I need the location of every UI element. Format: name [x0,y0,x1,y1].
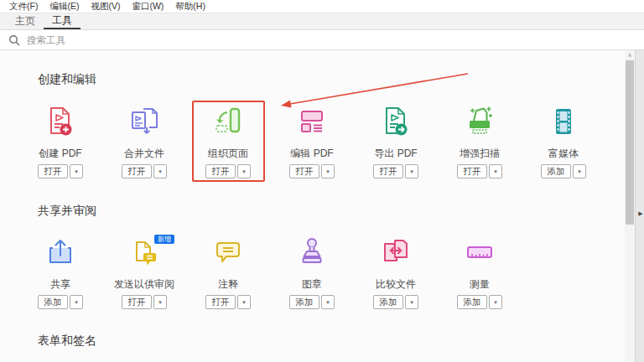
panel-expand-arrow-icon[interactable]: ▶ [636,208,644,220]
organize-pages-icon [211,105,245,138]
search-input[interactable] [27,35,278,45]
tool-row-create-edit: 创建 PDF 打开 ▾ 合并文件 打开 ▾ [18,99,605,178]
dropdown-button[interactable]: ▾ [321,295,335,309]
add-button[interactable]: 添加 [289,295,319,309]
open-button[interactable]: 打开 [205,295,236,309]
dropdown-button[interactable]: ▾ [405,164,418,178]
menu-bar: 文件(F) 编辑(E) 视图(V) 窗口(W) 帮助(H) [0,0,644,13]
tool-card-combine-files[interactable]: 合并文件 打开 ▾ [102,99,186,178]
new-badge: 新增 [154,235,174,244]
tool-card-export-pdf[interactable]: 导出 PDF 打开 ▾ [354,99,438,178]
scrollbar-up-arrow-icon[interactable]: ∧ [625,50,635,60]
tool-label: 编辑 PDF [290,147,333,159]
dropdown-button[interactable]: ▾ [321,164,335,178]
tool-label: 图章 [302,278,322,290]
dropdown-button[interactable]: ▾ [237,295,251,309]
tool-card-measure[interactable]: 测量 添加 ▾ [438,230,522,309]
menu-item-file[interactable]: 文件(F) [3,1,44,13]
tools-page: 创建和编辑 创建 PDF 打开 ▾ [0,50,644,362]
menu-item-view[interactable]: 视图(V) [85,1,126,13]
tool-label: 创建 PDF [39,147,81,159]
tool-card-comment[interactable]: 注释 打开 ▾ [186,230,270,309]
tool-label: 导出 PDF [374,147,417,159]
search-icon [8,34,20,46]
dropdown-button[interactable]: ▾ [237,164,251,178]
measure-icon [463,235,496,269]
tool-card-create-pdf[interactable]: 创建 PDF 打开 ▾ [18,99,102,178]
dropdown-button[interactable]: ▾ [489,295,502,309]
dropdown-button[interactable]: ▾ [405,295,418,309]
section-title-create-edit: 创建和编辑 [38,72,96,87]
edit-pdf-icon [295,105,329,138]
create-pdf-icon [44,105,77,138]
dropdown-button[interactable]: ▾ [489,164,502,178]
open-button[interactable]: 打开 [289,164,319,178]
share-icon [44,235,77,269]
menu-item-help[interactable]: 帮助(H) [169,1,211,13]
rich-media-icon [547,105,580,138]
scrollbar-thumb[interactable] [626,60,634,225]
tool-label: 富媒体 [548,147,579,159]
tool-label: 注释 [218,278,238,290]
combine-files-icon [127,105,161,138]
tool-card-rich-media[interactable]: 富媒体 添加 ▾ [522,99,605,178]
tool-label: 增强扫描 [460,147,500,159]
tool-card-edit-pdf[interactable]: 编辑 PDF 打开 ▾ [270,99,354,178]
comment-icon [211,235,245,269]
compare-files-icon [379,235,413,269]
section-title-forms-signatures: 表单和签名 [38,334,96,349]
open-button[interactable]: 打开 [122,164,152,178]
tool-card-stamp[interactable]: 图章 添加 ▾ [270,230,354,309]
open-button[interactable]: 打开 [122,295,152,309]
tool-card-send-for-review[interactable]: 新增 发送以供审阅 打开 ▾ [102,230,186,309]
tool-card-organize-pages[interactable]: 组织页面 打开 ▾ [186,99,270,178]
search-bar [0,31,644,50]
add-button[interactable]: 添加 [457,295,487,309]
stamp-icon [295,235,329,269]
open-button[interactable]: 打开 [373,164,403,178]
tool-label: 合并文件 [124,147,164,159]
tool-row-share-review: 共享 添加 ▾ 新增 发送以供审阅 打开 ▾ [18,230,522,309]
tool-label: 比较文件 [376,278,416,290]
tool-card-compare-files[interactable]: 比较文件 添加 ▾ [354,230,438,309]
tool-label: 发送以供审阅 [114,278,174,290]
export-pdf-icon [379,105,413,138]
tool-label: 组织页面 [208,147,248,159]
tool-label: 测量 [470,278,490,290]
tool-label: 共享 [50,278,70,290]
tool-card-enhance-scans[interactable]: 增强扫描 打开 ▾ [438,99,522,178]
dropdown-button[interactable]: ▾ [70,295,83,309]
dropdown-button[interactable]: ▾ [573,164,586,178]
dropdown-button[interactable]: ▾ [153,164,167,178]
open-button[interactable]: 打开 [205,164,236,178]
open-button[interactable]: 打开 [457,164,487,178]
add-button[interactable]: 添加 [541,164,571,178]
vertical-scrollbar[interactable]: ∧ [625,50,635,362]
tab-tools[interactable]: 工具 [44,13,80,29]
add-button[interactable]: 添加 [38,295,68,309]
dropdown-button[interactable]: ▾ [70,164,83,178]
menu-item-edit[interactable]: 编辑(E) [44,1,85,13]
enhance-scans-icon [463,105,496,138]
dropdown-button[interactable]: ▾ [153,295,167,309]
open-button[interactable]: 打开 [38,164,68,178]
tool-card-share[interactable]: 共享 添加 ▾ [18,230,102,309]
tab-bar: 主页 工具 [0,13,644,30]
menu-item-window[interactable]: 窗口(W) [126,1,169,13]
add-button[interactable]: 添加 [373,295,403,309]
tab-home[interactable]: 主页 [7,13,44,29]
right-panel-strip: ▶ [635,50,644,362]
section-title-share-review: 共享并审阅 [38,204,96,219]
